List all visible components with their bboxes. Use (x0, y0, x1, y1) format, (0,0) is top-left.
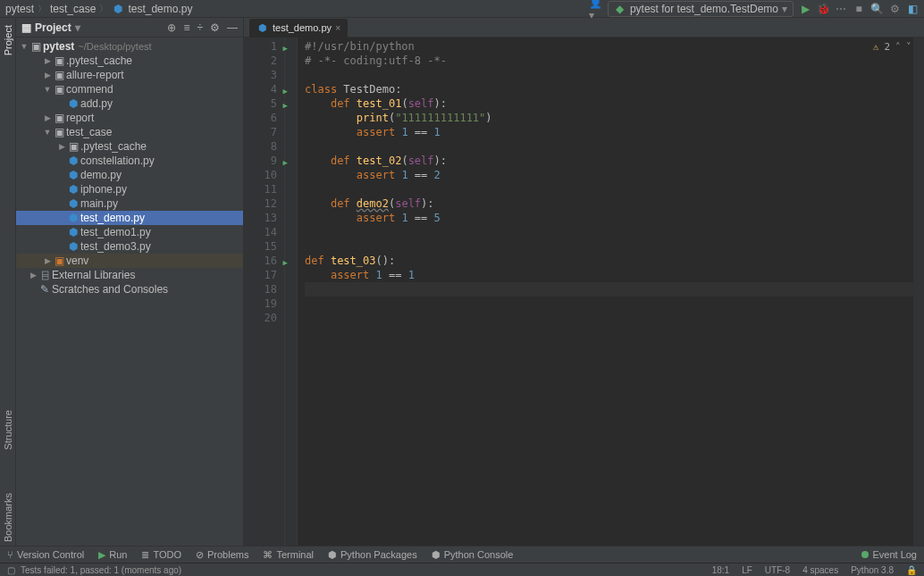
ide-icon[interactable]: ◧ (906, 3, 919, 15)
gutter-line[interactable]: 1 (244, 39, 277, 54)
status-encoding[interactable]: UTF-8 (765, 565, 790, 575)
breadcrumb-file[interactable]: test_demo.py (128, 3, 192, 15)
status-indent[interactable]: 4 spaces (802, 565, 838, 575)
tree-item[interactable]: ⬢iphone.py (16, 182, 243, 196)
tree-item[interactable]: ⬢constellation.py (16, 154, 243, 168)
chevron-up-icon[interactable]: ˄ (895, 41, 901, 53)
gutter-line[interactable]: 9 (244, 154, 277, 168)
chevron-down-icon[interactable]: ▾ (75, 21, 80, 34)
run-marker-column[interactable] (285, 38, 298, 546)
gutter-line[interactable]: 14 (244, 225, 277, 239)
code-line[interactable] (305, 225, 913, 239)
gutter-line[interactable]: 8 (244, 139, 277, 154)
gutter-line[interactable]: 10 (244, 168, 277, 182)
code-area[interactable]: #!/usr/bin/python# -*- coding:utf-8 -*- … (298, 38, 913, 546)
code-line[interactable]: assert 1 == 5 (305, 211, 913, 225)
code-line[interactable] (305, 239, 913, 254)
tree-item[interactable]: ▶▣.pytest_cache (16, 139, 243, 154)
stop-button[interactable]: ■ (853, 3, 865, 15)
breadcrumb-folder[interactable]: test_case (50, 3, 96, 15)
more-run-icon[interactable]: ⋯ (835, 3, 847, 15)
code-line[interactable] (305, 282, 913, 296)
editor-gutter[interactable]: 1234567891011121314151617181920 (244, 38, 285, 546)
toolwindow-version-control[interactable]: ⑂Version Control (7, 549, 84, 560)
code-line[interactable]: def test_03(): (305, 254, 913, 268)
tree-item[interactable]: ▶▣venv (16, 254, 243, 268)
search-icon[interactable]: 🔍 (870, 3, 883, 15)
tree-item[interactable]: ▼▣commend (16, 82, 243, 96)
gear-icon[interactable]: ⚙ (210, 21, 220, 34)
gutter-line[interactable]: 17 (244, 268, 277, 282)
toolwindow-event-log[interactable]: Event Log (861, 549, 917, 560)
gutter-line[interactable]: 4 (244, 82, 277, 96)
tree-item[interactable]: ▶⌸External Libraries (16, 268, 243, 282)
code-line[interactable]: class TestDemo: (305, 82, 913, 96)
status-interpreter[interactable]: Python 3.8 (851, 565, 894, 575)
inspection-widget[interactable]: ⚠ 2 ˄ ˅ (873, 41, 911, 53)
tree-item[interactable]: ▶▣report (16, 111, 243, 125)
code-line[interactable] (305, 182, 913, 196)
breadcrumb-root[interactable]: pytest (5, 3, 34, 15)
code-line[interactable]: # -*- coding:utf-8 -*- (305, 54, 913, 68)
toolwindow-bookmarks-tab[interactable]: Bookmarks (2, 489, 14, 546)
gutter-line[interactable]: 6 (244, 111, 277, 125)
code-line[interactable]: def test_02(self): (305, 154, 913, 168)
gutter-line[interactable]: 13 (244, 211, 277, 225)
project-tree[interactable]: ▼▣pytest~/Desktop/pytest▶▣.pytest_cache▶… (16, 38, 243, 546)
toolwindow-project-tab[interactable]: Project (2, 21, 14, 59)
gutter-line[interactable]: 19 (244, 296, 277, 311)
code-line[interactable] (305, 296, 913, 311)
tree-item[interactable]: ▼▣test_case (16, 125, 243, 139)
run-button[interactable]: ▶ (799, 3, 811, 15)
gutter-line[interactable]: 15 (244, 239, 277, 254)
toolwindow-python-console[interactable]: ⬢Python Console (432, 549, 514, 561)
toolwindow-todo[interactable]: ≣TODO (141, 549, 181, 561)
select-opened-file-icon[interactable]: ⊕ (167, 21, 176, 34)
tree-item[interactable]: ⬢main.py (16, 196, 243, 211)
expand-all-icon[interactable]: ≡ (183, 21, 189, 34)
tree-item[interactable]: ✎Scratches and Consoles (16, 282, 243, 296)
gutter-line[interactable]: 20 (244, 311, 277, 325)
lock-icon[interactable]: 🔒 (906, 565, 917, 575)
gutter-line[interactable]: 12 (244, 196, 277, 211)
code-line[interactable]: def demo2(self): (305, 196, 913, 211)
code-line[interactable]: def test_01(self): (305, 96, 913, 111)
tree-item[interactable]: ⬢add.py (16, 96, 243, 111)
tree-item[interactable]: ⬢test_demo1.py (16, 225, 243, 239)
code-line[interactable]: assert 1 == 1 (305, 125, 913, 139)
toolwindow-problems[interactable]: ⊘Problems (196, 549, 248, 561)
run-config-selector[interactable]: ◆ pytest for test_demo.TestDemo ▾ (608, 1, 794, 17)
code-line[interactable]: print("111111111111") (305, 111, 913, 125)
gutter-line[interactable]: 3 (244, 68, 277, 82)
tree-item[interactable]: ▶▣allure-report (16, 68, 243, 82)
status-line-separator[interactable]: LF (742, 565, 752, 575)
editor-tab[interactable]: ⬢ test_demo.py × (249, 19, 348, 38)
tree-item[interactable]: ⬢test_demo.py (16, 211, 243, 225)
code-line[interactable]: #!/usr/bin/python (305, 39, 913, 54)
gutter-line[interactable]: 18 (244, 282, 277, 296)
gutter-line[interactable]: 7 (244, 125, 277, 139)
gutter-line[interactable]: 11 (244, 182, 277, 196)
toolwindow-python-packages[interactable]: ⬢Python Packages (328, 549, 417, 561)
gutter-line[interactable]: 5 (244, 96, 277, 111)
code-line[interactable] (305, 68, 913, 82)
code-line[interactable] (305, 139, 913, 154)
editor-body[interactable]: 1234567891011121314151617181920 #!/usr/b… (244, 38, 924, 546)
collapse-all-icon[interactable]: ÷ (197, 21, 203, 34)
gutter-line[interactable]: 16 (244, 254, 277, 268)
chevron-down-icon[interactable]: ˅ (906, 41, 911, 53)
gutter-line[interactable]: 2 (244, 54, 277, 68)
hide-icon[interactable]: — (227, 21, 238, 34)
tree-root[interactable]: ▼▣pytest~/Desktop/pytest (16, 39, 243, 54)
close-icon[interactable]: × (335, 22, 340, 33)
toolwindow-structure-tab[interactable]: Structure (2, 406, 14, 454)
debug-button[interactable]: 🐞 (817, 3, 829, 15)
toolwindow-run[interactable]: ▶Run (98, 549, 127, 561)
settings-icon[interactable]: ⚙ (888, 3, 901, 15)
status-caret[interactable]: 18:1 (712, 565, 729, 575)
user-icon[interactable]: 👤▾ (590, 3, 602, 15)
tree-item[interactable]: ⬢test_demo3.py (16, 239, 243, 254)
toolwindows-icon[interactable]: ▢ (7, 565, 15, 575)
toolwindow-terminal[interactable]: ⌘Terminal (263, 549, 314, 561)
tree-item[interactable]: ⬢demo.py (16, 168, 243, 182)
